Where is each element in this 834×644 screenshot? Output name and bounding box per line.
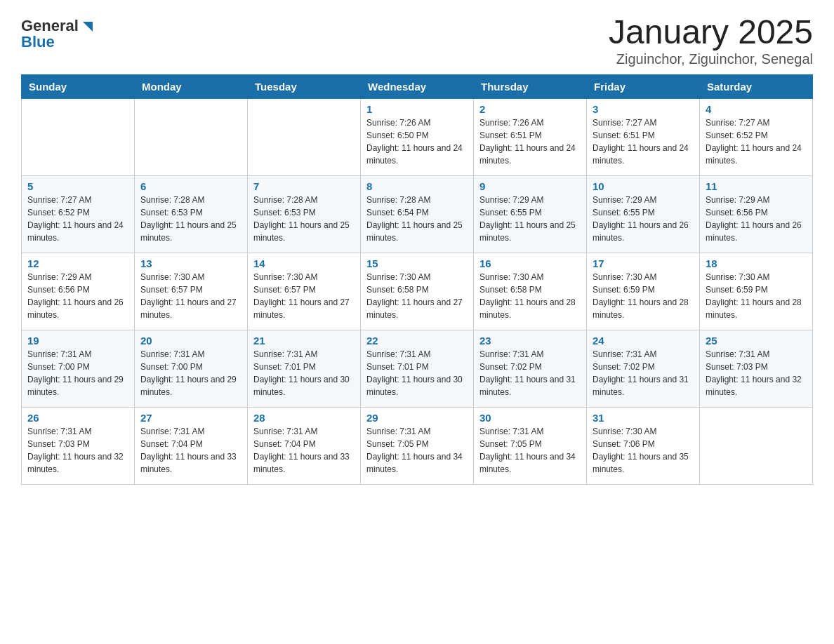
day-number: 6: [140, 180, 241, 192]
day-number: 25: [706, 335, 807, 347]
table-row: 21Sunrise: 7:31 AM Sunset: 7:01 PM Dayli…: [248, 330, 361, 407]
table-row: 5Sunrise: 7:27 AM Sunset: 6:52 PM Daylig…: [22, 175, 135, 253]
header-friday: Friday: [587, 74, 700, 98]
day-info: Sunrise: 7:28 AM Sunset: 6:53 PM Dayligh…: [253, 194, 355, 244]
day-info: Sunrise: 7:29 AM Sunset: 6:55 PM Dayligh…: [479, 194, 581, 244]
table-row: 22Sunrise: 7:31 AM Sunset: 7:01 PM Dayli…: [361, 330, 474, 407]
logo-triangle-icon: [80, 19, 93, 32]
day-info: Sunrise: 7:27 AM Sunset: 6:51 PM Dayligh…: [593, 116, 694, 167]
day-number: 31: [593, 412, 694, 424]
day-number: 29: [366, 412, 468, 424]
header-wednesday: Wednesday: [361, 74, 474, 98]
table-row: 1Sunrise: 7:26 AM Sunset: 6:50 PM Daylig…: [361, 98, 474, 175]
day-number: 18: [706, 257, 807, 269]
day-info: Sunrise: 7:30 AM Sunset: 6:58 PM Dayligh…: [366, 271, 468, 321]
day-number: 2: [479, 103, 581, 115]
day-number: 20: [140, 335, 241, 347]
table-row: 11Sunrise: 7:29 AM Sunset: 6:56 PM Dayli…: [700, 175, 813, 253]
day-number: 15: [366, 257, 468, 269]
table-row: 2Sunrise: 7:26 AM Sunset: 6:51 PM Daylig…: [474, 98, 587, 175]
header-thursday: Thursday: [474, 74, 587, 98]
day-info: Sunrise: 7:29 AM Sunset: 6:55 PM Dayligh…: [593, 194, 694, 244]
day-info: Sunrise: 7:30 AM Sunset: 6:59 PM Dayligh…: [593, 271, 694, 321]
day-info: Sunrise: 7:31 AM Sunset: 7:01 PM Dayligh…: [253, 348, 355, 398]
table-row: [22, 98, 135, 175]
day-info: Sunrise: 7:28 AM Sunset: 6:54 PM Dayligh…: [366, 194, 468, 244]
day-number: 3: [593, 103, 694, 115]
header-tuesday: Tuesday: [248, 74, 361, 98]
day-info: Sunrise: 7:31 AM Sunset: 7:03 PM Dayligh…: [706, 348, 807, 398]
header-sunday: Sunday: [22, 74, 135, 98]
day-info: Sunrise: 7:31 AM Sunset: 7:00 PM Dayligh…: [27, 348, 128, 398]
table-row: 3Sunrise: 7:27 AM Sunset: 6:51 PM Daylig…: [587, 98, 700, 175]
header-monday: Monday: [135, 74, 248, 98]
page-header: General Blue January 2025 Ziguinchor, Zi…: [21, 14, 813, 67]
table-row: 20Sunrise: 7:31 AM Sunset: 7:00 PM Dayli…: [135, 330, 248, 407]
logo-blue-text: Blue: [21, 33, 55, 51]
calendar-subtitle: Ziguinchor, Ziguinchor, Senegal: [609, 51, 813, 67]
day-info: Sunrise: 7:31 AM Sunset: 7:02 PM Dayligh…: [593, 348, 694, 398]
day-number: 9: [479, 180, 581, 192]
day-info: Sunrise: 7:31 AM Sunset: 7:04 PM Dayligh…: [140, 425, 241, 476]
day-number: 14: [253, 257, 355, 269]
table-row: 19Sunrise: 7:31 AM Sunset: 7:00 PM Dayli…: [22, 330, 135, 407]
day-number: 11: [706, 180, 807, 192]
header-saturday: Saturday: [700, 74, 813, 98]
calendar-week-row: 19Sunrise: 7:31 AM Sunset: 7:00 PM Dayli…: [22, 330, 813, 407]
logo-general-text: General: [21, 18, 79, 34]
day-info: Sunrise: 7:29 AM Sunset: 6:56 PM Dayligh…: [706, 194, 807, 244]
day-number: 5: [27, 180, 128, 192]
table-row: 18Sunrise: 7:30 AM Sunset: 6:59 PM Dayli…: [700, 253, 813, 330]
day-info: Sunrise: 7:30 AM Sunset: 6:57 PM Dayligh…: [140, 271, 241, 321]
calendar-title: January 2025: [609, 14, 813, 51]
table-row: 31Sunrise: 7:30 AM Sunset: 7:06 PM Dayli…: [587, 407, 700, 484]
table-row: 26Sunrise: 7:31 AM Sunset: 7:03 PM Dayli…: [22, 407, 135, 484]
day-info: Sunrise: 7:26 AM Sunset: 6:51 PM Dayligh…: [479, 116, 581, 167]
day-number: 4: [706, 103, 807, 115]
table-row: 23Sunrise: 7:31 AM Sunset: 7:02 PM Dayli…: [474, 330, 587, 407]
table-row: 10Sunrise: 7:29 AM Sunset: 6:55 PM Dayli…: [587, 175, 700, 253]
svg-marker-0: [83, 22, 93, 32]
table-row: 25Sunrise: 7:31 AM Sunset: 7:03 PM Dayli…: [700, 330, 813, 407]
table-row: 29Sunrise: 7:31 AM Sunset: 7:05 PM Dayli…: [361, 407, 474, 484]
day-info: Sunrise: 7:31 AM Sunset: 7:05 PM Dayligh…: [479, 425, 581, 476]
day-number: 26: [27, 412, 128, 424]
day-info: Sunrise: 7:28 AM Sunset: 6:53 PM Dayligh…: [140, 194, 241, 244]
day-number: 30: [479, 412, 581, 424]
table-row: [700, 407, 813, 484]
day-info: Sunrise: 7:31 AM Sunset: 7:01 PM Dayligh…: [366, 348, 468, 398]
day-info: Sunrise: 7:31 AM Sunset: 7:02 PM Dayligh…: [479, 348, 581, 398]
table-row: 6Sunrise: 7:28 AM Sunset: 6:53 PM Daylig…: [135, 175, 248, 253]
table-row: 30Sunrise: 7:31 AM Sunset: 7:05 PM Dayli…: [474, 407, 587, 484]
table-row: 17Sunrise: 7:30 AM Sunset: 6:59 PM Dayli…: [587, 253, 700, 330]
table-row: 8Sunrise: 7:28 AM Sunset: 6:54 PM Daylig…: [361, 175, 474, 253]
table-row: [248, 98, 361, 175]
calendar-week-row: 5Sunrise: 7:27 AM Sunset: 6:52 PM Daylig…: [22, 175, 813, 253]
day-number: 24: [593, 335, 694, 347]
day-info: Sunrise: 7:31 AM Sunset: 7:00 PM Dayligh…: [140, 348, 241, 398]
day-number: 23: [479, 335, 581, 347]
table-row: 16Sunrise: 7:30 AM Sunset: 6:58 PM Dayli…: [474, 253, 587, 330]
day-info: Sunrise: 7:31 AM Sunset: 7:04 PM Dayligh…: [253, 425, 355, 476]
day-number: 19: [27, 335, 128, 347]
calendar-title-block: January 2025 Ziguinchor, Ziguinchor, Sen…: [609, 14, 813, 67]
calendar-table: Sunday Monday Tuesday Wednesday Thursday…: [21, 74, 813, 485]
day-info: Sunrise: 7:27 AM Sunset: 6:52 PM Dayligh…: [706, 116, 807, 167]
day-number: 16: [479, 257, 581, 269]
day-info: Sunrise: 7:31 AM Sunset: 7:05 PM Dayligh…: [366, 425, 468, 476]
calendar-week-row: 12Sunrise: 7:29 AM Sunset: 6:56 PM Dayli…: [22, 253, 813, 330]
logo: General Blue: [21, 18, 93, 51]
table-row: 15Sunrise: 7:30 AM Sunset: 6:58 PM Dayli…: [361, 253, 474, 330]
day-number: 21: [253, 335, 355, 347]
table-row: 14Sunrise: 7:30 AM Sunset: 6:57 PM Dayli…: [248, 253, 361, 330]
day-number: 13: [140, 257, 241, 269]
day-info: Sunrise: 7:30 AM Sunset: 6:58 PM Dayligh…: [479, 271, 581, 321]
table-row: 24Sunrise: 7:31 AM Sunset: 7:02 PM Dayli…: [587, 330, 700, 407]
table-row: 28Sunrise: 7:31 AM Sunset: 7:04 PM Dayli…: [248, 407, 361, 484]
day-number: 1: [366, 103, 468, 115]
table-row: 13Sunrise: 7:30 AM Sunset: 6:57 PM Dayli…: [135, 253, 248, 330]
calendar-week-row: 26Sunrise: 7:31 AM Sunset: 7:03 PM Dayli…: [22, 407, 813, 484]
table-row: [135, 98, 248, 175]
table-row: 12Sunrise: 7:29 AM Sunset: 6:56 PM Dayli…: [22, 253, 135, 330]
day-info: Sunrise: 7:30 AM Sunset: 7:06 PM Dayligh…: [593, 425, 694, 476]
